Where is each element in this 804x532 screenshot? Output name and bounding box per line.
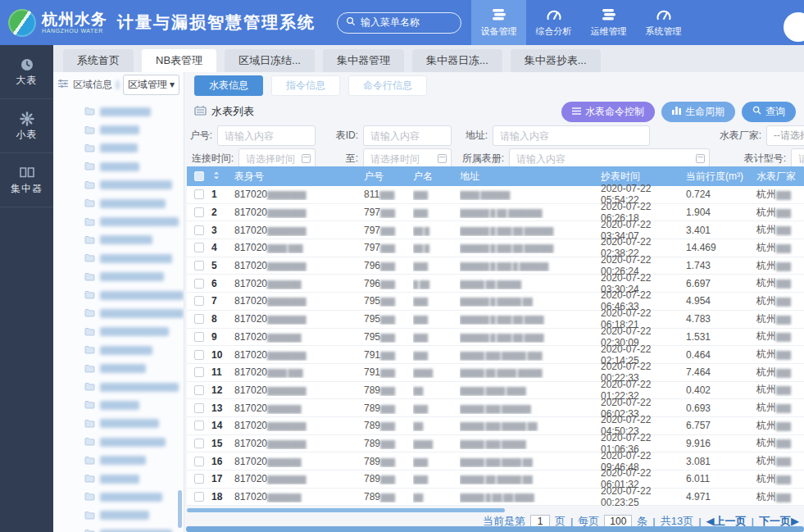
col-reading-time[interactable]: 抄表时间 xyxy=(601,170,681,184)
table-horizontal-scrollbar-thumb[interactable] xyxy=(187,508,505,512)
meter-command-control-button[interactable]: 水表命令控制 xyxy=(561,102,655,122)
manufacturer-select[interactable]: --请选择-- xyxy=(766,125,804,146)
sort-icon[interactable] xyxy=(211,171,221,183)
row-checkbox[interactable] xyxy=(194,296,204,306)
manufacturer-cell: 杭州███ xyxy=(756,436,804,450)
tab-concentrator-management[interactable]: 集中器管理 xyxy=(323,49,404,72)
tab-concentrator-reading[interactable]: 集中器抄表... xyxy=(511,49,601,72)
account-name-cell: ███ xyxy=(413,189,460,200)
nav-item-device-management[interactable]: 设备管理 xyxy=(471,0,526,45)
tree-item[interactable] xyxy=(84,378,184,396)
calendar-icon[interactable] xyxy=(438,154,447,163)
col-manufacturer[interactable]: 水表厂家 xyxy=(756,170,804,184)
subtab-meter-info[interactable]: 水表信息 xyxy=(194,75,263,96)
avatar[interactable] xyxy=(784,12,804,42)
tab-region-daily-freeze[interactable]: 区域日冻结... xyxy=(225,49,315,72)
col-current-reading[interactable]: 当前行度(m³) xyxy=(681,170,756,184)
account-no-cell: 797███ xyxy=(364,207,413,218)
meter-body-no-cell: 817020████████ xyxy=(234,225,364,236)
row-checkbox[interactable] xyxy=(194,385,204,395)
tree-item[interactable] xyxy=(84,231,184,249)
subtab-command-line-info[interactable]: 命令行信息 xyxy=(348,75,427,96)
col-address[interactable]: 地址 xyxy=(460,170,601,184)
menu-search-input[interactable]: 输入菜单名称 xyxy=(337,12,461,34)
row-checkbox[interactable] xyxy=(194,207,204,217)
logo: 杭州水务 HANGZHOU WATER xyxy=(8,9,107,37)
tree-item-redacted-label xyxy=(100,254,172,263)
tree-item[interactable] xyxy=(84,488,184,506)
tree-item[interactable] xyxy=(84,415,184,433)
tree-item[interactable] xyxy=(84,194,184,212)
col-account-no[interactable]: 户号 xyxy=(364,170,413,184)
row-checkbox[interactable] xyxy=(194,261,204,271)
calendar-icon[interactable] xyxy=(302,154,311,163)
tree-item[interactable] xyxy=(84,157,184,175)
tree-item[interactable] xyxy=(84,396,184,414)
row-checkbox[interactable] xyxy=(194,439,204,448)
tree-item[interactable] xyxy=(84,470,184,488)
rail-item-concentrator[interactable]: 集中器 xyxy=(0,153,53,207)
meter-id-input[interactable] xyxy=(363,125,452,146)
tree-item[interactable] xyxy=(84,525,184,532)
nav-item-operations-management[interactable]: 运维管理 xyxy=(581,0,636,45)
tree-item[interactable] xyxy=(84,286,184,304)
selector-icon[interactable] xyxy=(696,154,705,163)
row-checkbox[interactable] xyxy=(194,279,204,289)
nav-item-system-management[interactable]: 系统管理 xyxy=(636,0,691,45)
tree-item[interactable] xyxy=(84,212,184,230)
row-checkbox[interactable] xyxy=(194,367,204,377)
tree-item[interactable] xyxy=(84,102,184,120)
row-checkbox[interactable] xyxy=(194,189,204,199)
row-checkbox[interactable] xyxy=(194,474,204,484)
tree-item[interactable] xyxy=(84,176,184,194)
tree-item[interactable] xyxy=(84,304,184,322)
row-checkbox[interactable] xyxy=(194,421,204,430)
row-checkbox[interactable] xyxy=(194,225,204,235)
tree-item[interactable] xyxy=(84,249,184,267)
tree-item[interactable] xyxy=(84,120,184,139)
tree-scrollbar-thumb[interactable] xyxy=(178,490,182,528)
tree-item[interactable] xyxy=(84,507,184,525)
row-checkbox[interactable] xyxy=(194,350,204,360)
region-manage-button[interactable]: 区域管理 ▾ xyxy=(123,75,179,95)
tree-item[interactable] xyxy=(84,359,184,377)
page-horizontal-scrollbar-thumb[interactable] xyxy=(186,526,804,532)
row-checkbox[interactable] xyxy=(194,332,204,342)
table-row: 18 817020███████ 789███ ██ █████ █ ██ ██… xyxy=(187,489,804,507)
ops-management-icon xyxy=(601,8,617,23)
row-checkbox[interactable] xyxy=(194,314,204,324)
tree-title: 区域信息 xyxy=(73,78,112,92)
folder-icon xyxy=(84,471,95,486)
address-input[interactable] xyxy=(493,125,650,146)
account-name-cell: ███ xyxy=(413,207,460,218)
rail-item-large-meter[interactable]: 大表 xyxy=(0,45,53,99)
tree-item[interactable] xyxy=(84,433,184,451)
tree-item[interactable] xyxy=(84,323,184,341)
lifecycle-button[interactable]: 生命周期 xyxy=(661,102,735,122)
account-name-cell: ███ xyxy=(413,313,460,325)
row-checkbox[interactable] xyxy=(194,403,204,413)
tree-item[interactable] xyxy=(84,341,184,359)
subtab-command-info[interactable]: 指令信息 xyxy=(271,75,340,96)
tree-item-redacted-label xyxy=(100,272,164,281)
tab-system-home[interactable]: 系统首页 xyxy=(63,49,134,72)
clock-icon xyxy=(0,57,53,72)
address-cell: █████ ██ █████ xyxy=(460,278,601,289)
tree-item[interactable] xyxy=(84,451,184,469)
col-account-name[interactable]: 户名 xyxy=(413,170,460,184)
rail-item-small-meter[interactable]: 小表 xyxy=(0,99,53,153)
account-no-input[interactable] xyxy=(217,125,316,146)
account-name-cell: ███ xyxy=(413,260,460,271)
select-all-checkbox[interactable] xyxy=(194,171,204,181)
folder-icon xyxy=(84,306,95,321)
row-checkbox[interactable] xyxy=(194,492,204,502)
nav-item-comprehensive-analysis[interactable]: 综合分析 xyxy=(526,0,581,45)
row-checkbox[interactable] xyxy=(194,243,204,252)
tree-item[interactable] xyxy=(84,139,184,157)
tab-concentrator-daily-freeze[interactable]: 集中器日冻... xyxy=(412,49,502,72)
tab-nb-meter-management[interactable]: NB表管理 xyxy=(142,49,216,72)
query-button[interactable]: 查询 xyxy=(742,102,796,122)
row-checkbox[interactable] xyxy=(194,457,204,466)
col-meter-body-no[interactable]: 表身号 xyxy=(234,170,364,184)
tree-item[interactable] xyxy=(84,268,184,286)
